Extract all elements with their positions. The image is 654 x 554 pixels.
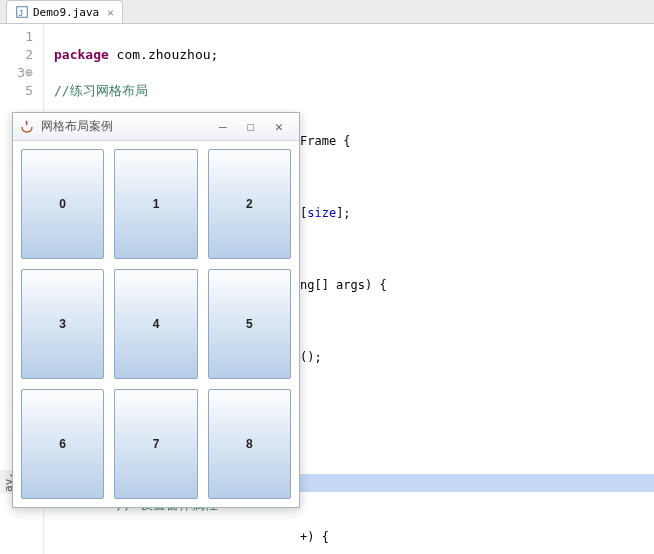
grid-button-3[interactable]: 3 [21,269,104,379]
minimize-button[interactable]: — [209,119,237,134]
close-icon[interactable]: ✕ [107,6,114,19]
window-title: 网格布局案例 [41,118,113,135]
grid-button-4[interactable]: 4 [114,269,197,379]
grid-button-5[interactable]: 5 [208,269,291,379]
grid-demo-window[interactable]: 网格布局案例 — ☐ ✕ 0 1 2 3 4 5 6 7 8 [12,112,300,508]
code-fragment: ng[] args) { [300,276,654,294]
grid-button-1[interactable]: 1 [114,149,197,259]
editor-tab[interactable]: J Demo9.java ✕ [6,0,123,23]
grid-button-6[interactable]: 6 [21,389,104,499]
code-fragment: (); [300,348,654,366]
button-grid: 0 1 2 3 4 5 6 7 8 [13,141,299,507]
java-file-icon: J [15,5,29,19]
grid-button-7[interactable]: 7 [114,389,197,499]
line-number: 1 [4,28,33,46]
window-titlebar[interactable]: 网格布局案例 — ☐ ✕ [13,113,299,141]
code-fragment: [size]; [300,204,654,222]
line-number: 5 [4,82,33,100]
grid-button-8[interactable]: 8 [208,389,291,499]
line-number: 3⊕ [4,64,33,82]
tab-bar: J Demo9.java ✕ [0,0,654,24]
grid-button-2[interactable]: 2 [208,149,291,259]
tab-filename: Demo9.java [33,6,99,19]
close-button[interactable]: ✕ [265,119,293,134]
maximize-button[interactable]: ☐ [237,119,265,134]
java-icon [19,119,35,135]
line-number: 2 [4,46,33,64]
grid-button-0[interactable]: 0 [21,149,104,259]
code-fragment: Frame { [300,132,654,150]
svg-text:J: J [19,9,24,18]
